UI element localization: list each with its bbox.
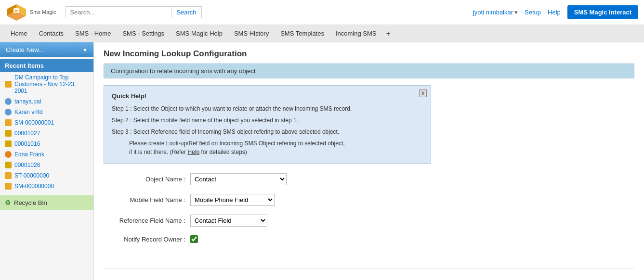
sidebar-item-label: ST-00000000 (14, 172, 49, 179)
logo-area: Sms Magic (6, 3, 56, 22)
user-dropdown-arrow: ▾ (514, 9, 518, 16)
search-area: Search (66, 6, 473, 18)
recycle-bin[interactable]: ♻ Recycle Bin (0, 195, 93, 210)
sidebar-item-label: Edna Frank (14, 151, 44, 158)
svg-rect-6 (15, 11, 17, 12)
case-icon (5, 162, 12, 168)
sidebar-item-tanaya[interactable]: tanaya.pal (0, 96, 93, 107)
mobile-field-select[interactable]: Mobile Phone Field Phone Field (190, 194, 275, 206)
mobile-field-row: Mobile Field Name : Mobile Phone Field P… (104, 194, 634, 206)
sidebar: Create New... ▼ Recent Items DM Campaign… (0, 42, 94, 280)
sidebar-item-label: tanaya.pal (14, 98, 41, 105)
object-name-select[interactable]: Contact Lead Account Case (190, 173, 287, 185)
contact-icon (5, 98, 12, 105)
person-icon (5, 151, 12, 158)
page-title: New Incoming Lookup Configuration (104, 49, 634, 59)
create-new-arrow: ▼ (82, 47, 88, 53)
mobile-field-label: Mobile Field Name : (104, 196, 190, 204)
nav-plus-button[interactable]: + (382, 25, 394, 42)
sidebar-item-label: 00001026 (14, 162, 40, 168)
content-area: New Incoming Lookup Configuration Config… (94, 42, 644, 280)
form-divider (104, 268, 634, 268)
sms-magic-button[interactable]: SMS Magic Interact (567, 5, 638, 19)
sidebar-item-dm-campaign[interactable]: DM Campaign to Top Customers - Nov 12-23… (0, 72, 93, 96)
notify-record-row: Notify Record Owner : (104, 235, 634, 243)
notify-record-label: Notify Record Owner : (104, 236, 190, 243)
main-layout: Create New... ▼ Recent Items DM Campaign… (0, 42, 644, 280)
reference-field-select[interactable]: Contact Field Lead Field (190, 215, 267, 227)
nav-sms-settings[interactable]: SMS - Settings (117, 26, 170, 41)
quick-help-step2: Step 2 : Select the mobile field name of… (112, 116, 423, 125)
search-input[interactable] (66, 6, 171, 18)
create-new-button[interactable]: Create New... ▼ (0, 42, 93, 57)
contact-icon (5, 109, 12, 115)
sidebar-item-edna[interactable]: Edna Frank (0, 149, 93, 160)
setup-link[interactable]: Setup (525, 9, 541, 16)
quick-help-step3-indent2: if it is not there. (Refer Help for deta… (129, 148, 423, 156)
quick-help-box: X Quick Help! Step 1 : Select the Object… (104, 85, 431, 164)
navbar: Home Contacts SMS - Home SMS - Settings … (0, 25, 644, 42)
notify-record-checkbox[interactable] (190, 235, 198, 243)
recent-items-header: Recent Items (0, 59, 93, 72)
nav-contacts[interactable]: Contacts (33, 26, 69, 41)
logo-icon (6, 3, 27, 22)
quick-help-step1: Step 1 : Select the Object to which you … (112, 104, 423, 113)
user-name: jyoti nimbalkar (473, 9, 513, 16)
header: Sms Magic Search jyoti nimbalkar ▾ Setup… (0, 0, 644, 25)
nav-incoming-sms[interactable]: Incoming SMS (330, 26, 382, 41)
st-icon (5, 172, 12, 179)
help-link[interactable]: Help (548, 9, 561, 16)
reference-field-label: Reference Field Name : (104, 217, 190, 224)
sidebar-item-karan[interactable]: Karan vrffd (0, 107, 93, 117)
quick-help-title: Quick Help! (112, 92, 423, 100)
sidebar-item-sm2[interactable]: SM-000000000 (0, 181, 93, 191)
sidebar-item-label: 00001027 (14, 130, 40, 137)
search-button[interactable]: Search (171, 6, 201, 18)
sidebar-item-label: 00001016 (14, 140, 40, 147)
recycle-icon: ♻ (5, 199, 11, 206)
sidebar-item-st[interactable]: ST-00000000 (0, 170, 93, 181)
sidebar-item-00001027[interactable]: 00001027 (0, 128, 93, 139)
form-area: Object Name : Contact Lead Account Case … (104, 173, 634, 259)
sm-icon (5, 183, 12, 190)
user-info[interactable]: jyoti nimbalkar ▾ (473, 9, 518, 16)
sidebar-item-label: DM Campaign to Top Customers - Nov 12-23… (14, 74, 89, 94)
logo-text: Sms Magic (30, 9, 56, 15)
sidebar-item-sm1[interactable]: SM-000000001 (0, 117, 93, 128)
sidebar-item-label: Karan vrffd (14, 109, 42, 115)
recycle-bin-label: Recycle Bin (14, 199, 47, 206)
case-icon (5, 140, 12, 147)
config-banner: Configuration to relate incoming sms wit… (104, 64, 634, 78)
header-right: jyoti nimbalkar ▾ Setup Help SMS Magic I… (473, 5, 638, 19)
sidebar-item-00001026[interactable]: 00001026 (0, 160, 93, 170)
nav-sms-magic-help[interactable]: SMS Magic Help (170, 26, 228, 41)
sidebar-item-label: SM-000000000 (14, 183, 54, 190)
quick-help-step3-indent1: Please create Look-up/Ref field on Incom… (129, 139, 423, 148)
sm-icon (5, 119, 12, 126)
quick-help-close-button[interactable]: X (419, 89, 427, 97)
nav-sms-history[interactable]: SMS History (228, 26, 275, 41)
case-icon (5, 130, 12, 137)
nav-sms-home[interactable]: SMS - Home (69, 26, 117, 41)
object-name-label: Object Name : (104, 176, 190, 183)
svg-rect-5 (15, 10, 18, 11)
nav-home[interactable]: Home (5, 26, 33, 41)
create-new-label: Create New... (6, 46, 44, 53)
campaign-icon (5, 81, 12, 88)
reference-field-row: Reference Field Name : Contact Field Lea… (104, 215, 634, 227)
sidebar-item-00001016[interactable]: 00001016 (0, 139, 93, 149)
button-area: Save Cancel (104, 277, 634, 280)
quick-help-step3: Step 3 : Select Reference field of Incom… (112, 127, 423, 136)
sidebar-item-label: SM-000000001 (14, 119, 54, 126)
object-name-row: Object Name : Contact Lead Account Case (104, 173, 634, 185)
nav-sms-templates[interactable]: SMS Templates (275, 26, 330, 41)
